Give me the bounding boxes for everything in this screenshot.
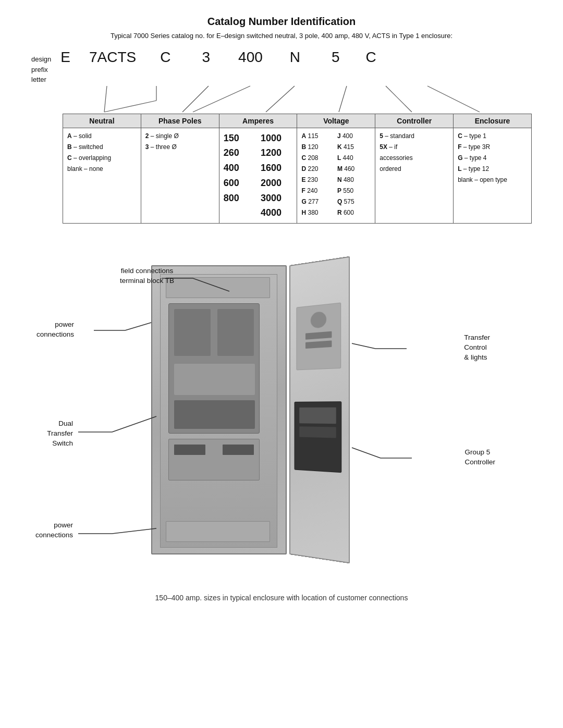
amperes-header: Amperes <box>219 114 297 128</box>
bottom-caption: 150–400 amp. sizes in typical enclosure … <box>21 594 542 602</box>
code-char-N: N <box>274 49 316 66</box>
code-char-C1: C <box>145 49 185 66</box>
controller-content: 5 – standard 5X – if accessories ordered <box>375 128 453 177</box>
code-char-5: 5 <box>316 49 356 66</box>
label-power-connections-bottom: powerconnections <box>31 521 73 540</box>
voltage-header: Voltage <box>297 114 375 128</box>
phase-poles-header: Phase Poles <box>141 114 219 128</box>
catalog-section: Catalog Number Identification Typical 70… <box>21 16 542 224</box>
connector-lines-svg <box>31 85 532 114</box>
category-phase-poles: Phase Poles 2 – single Ø 3 – three Ø <box>141 114 219 224</box>
category-table: Neutral A – solid B – switched C – overl… <box>63 114 532 224</box>
svg-line-11 <box>125 323 151 330</box>
svg-line-17 <box>352 448 381 458</box>
category-enclosure: Enclosure C – type 1 F – type 3R G – typ… <box>454 114 532 224</box>
design-prefix-label: design prefix letter <box>31 54 51 85</box>
enclosure-header: Enclosure <box>454 114 531 128</box>
code-char-7ACTS: 7ACTS <box>80 49 145 66</box>
label-transfer-control: TransferControl& lights <box>464 333 490 363</box>
svg-line-19 <box>112 528 156 534</box>
voltage-content: A 115 B 120 C 208 D 220 E 230 F 240 G 27… <box>297 128 375 221</box>
svg-line-5 <box>266 86 295 112</box>
svg-line-15 <box>112 416 156 432</box>
subtitle: Typical 7000 Series catalog no. for E–de… <box>21 32 542 40</box>
category-voltage: Voltage A 115 B 120 C 208 D 220 E 230 F … <box>297 114 375 224</box>
controller-header: Controller <box>375 114 453 128</box>
code-char-C2: C <box>356 49 387 66</box>
code-char-400: 400 <box>227 49 274 66</box>
code-char-E: E <box>55 49 80 66</box>
enclosure-content: C – type 1 F – type 3R G – type 4 L – ty… <box>454 128 531 188</box>
catalog-diagram: design prefix letter E 7ACTS C 3 400 N 5… <box>31 49 532 224</box>
svg-line-4 <box>193 86 250 112</box>
svg-line-0 <box>104 86 107 112</box>
amperes-content: 150 260 400 600 800 1000 1200 1600 2000 … <box>219 128 297 224</box>
svg-line-3 <box>182 86 209 112</box>
svg-line-13 <box>352 343 375 349</box>
label-power-connections-top: powerconnections <box>36 320 74 340</box>
photo-section: field connectionsterminal block TB power… <box>21 244 542 602</box>
phase-poles-content: 2 – single Ø 3 – three Ø <box>141 128 219 155</box>
enclosure-photo <box>151 265 349 557</box>
category-neutral: Neutral A – solid B – switched C – overl… <box>63 114 141 224</box>
photo-container: field connectionsterminal block TB power… <box>31 244 532 583</box>
category-amperes: Amperes 150 260 400 600 800 1000 1200 <box>219 114 298 224</box>
neutral-header: Neutral <box>63 114 141 128</box>
neutral-content: A – solid B – switched C – overlapping b… <box>63 128 141 177</box>
category-controller: Controller 5 – standard 5X – if accessor… <box>375 114 454 224</box>
main-title: Catalog Number Identification <box>21 16 542 28</box>
code-chars-row: E 7ACTS C 3 400 N 5 C <box>55 49 387 66</box>
svg-line-6 <box>339 86 347 112</box>
code-char-3: 3 <box>185 49 227 66</box>
svg-line-8 <box>427 86 480 112</box>
label-dual-transfer: DualTransferSwitch <box>31 419 73 449</box>
label-field-connections: field connectionsterminal block TB <box>120 266 174 286</box>
svg-line-7 <box>386 86 412 112</box>
svg-line-2 <box>104 101 156 112</box>
label-group5-controller: Group 5Controller <box>464 448 495 467</box>
